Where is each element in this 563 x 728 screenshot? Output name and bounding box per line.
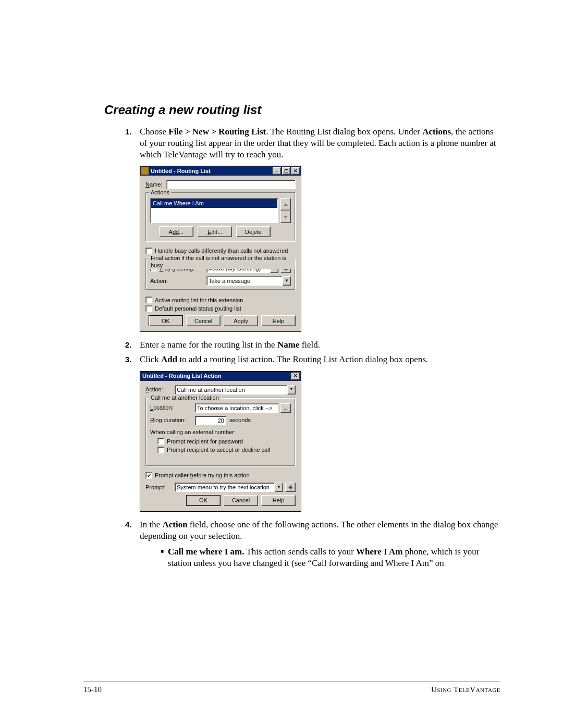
dialog-title: Untitled - Routing List Action [141, 372, 222, 379]
prompt-accept-checkbox[interactable] [157, 447, 164, 453]
location-field[interactable]: To choose a location, click --> [195, 403, 278, 413]
prompt-password-checkbox[interactable] [157, 438, 164, 445]
move-down-button[interactable] [280, 211, 291, 223]
ring-duration-input[interactable]: 20 [195, 416, 226, 425]
move-up-button[interactable] [280, 198, 291, 211]
active-routing-label: Active routing list for this extension [155, 297, 243, 304]
chevron-down-icon[interactable]: ▼ [275, 483, 283, 492]
name-label: Name: [145, 181, 166, 188]
step-list: 1. Choose File > New > Routing List. The… [125, 126, 500, 161]
cancel-button[interactable]: Cancel [186, 315, 221, 326]
ring-unit: seconds [229, 416, 251, 424]
active-routing-checkbox[interactable] [145, 297, 152, 303]
final-action-group: Final action if the call is not answered… [145, 258, 296, 290]
step-list-3: 4. In the Action field, choose one of th… [125, 519, 500, 569]
list-item-selected[interactable]: Call me Where I Am [151, 199, 277, 207]
ok-button[interactable]: OK [149, 315, 183, 326]
prompt-caller-label: Prompt caller before trying this action [155, 472, 250, 479]
footer-right: Using TeleVantage [431, 685, 500, 695]
actions-group: Actions Call me Where I Am Add... Edit..… [145, 192, 296, 242]
footer-rule [83, 682, 500, 682]
prompt-combo[interactable]: System menu to try the next location ▼ [175, 483, 283, 492]
handle-busy-checkbox[interactable] [145, 248, 152, 254]
location-legend: Call me at another location [149, 394, 221, 401]
dialog-title: Untitled - Routing List [151, 167, 211, 175]
apply-button[interactable]: Apply [224, 315, 258, 326]
step-4: 4. In the Action field, choose one of th… [125, 519, 500, 569]
step-4-sublist: ■ Call me where I am. This action sends … [161, 546, 500, 569]
location-label: Location: [150, 404, 195, 411]
add-button[interactable]: Add... [159, 226, 193, 237]
titlebar: Untitled - Routing List – ▢ ✕ [140, 166, 301, 176]
help-button[interactable]: Help [261, 495, 296, 506]
final-action-combo[interactable]: Take a message ▼ [206, 276, 291, 286]
default-status-checkbox[interactable] [145, 305, 152, 312]
action-combo[interactable]: Call me at another location ▼ [175, 385, 296, 394]
step-3: 3. Click Add to add a routing list actio… [125, 354, 500, 365]
edit-button[interactable]: Edit... [198, 226, 232, 237]
ring-duration-label: Ring duration: [150, 416, 195, 424]
prompt-label: Prompt: [145, 484, 175, 491]
actions-legend: Actions [149, 189, 171, 196]
speaker-icon-button[interactable]: ◉ [285, 483, 296, 492]
chevron-down-icon[interactable]: ▼ [287, 385, 296, 394]
chevron-down-icon[interactable]: ▼ [283, 276, 291, 286]
prompt-password-label: Prompt recipient for password [167, 438, 243, 445]
bullet-icon: ■ [161, 546, 168, 569]
step-2: 2. Enter a name for the routing list in … [125, 339, 500, 351]
page-number: 15-10 [83, 685, 102, 695]
cancel-button[interactable]: Cancel [224, 495, 258, 506]
routing-list-dialog: Untitled - Routing List – ▢ ✕ Name: Acti… [140, 166, 301, 332]
step-list-2: 2. Enter a name for the routing list in … [125, 339, 500, 365]
page: Creating a new routing list 1. Choose Fi… [0, 0, 563, 728]
section-heading: Creating a new routing list [104, 102, 500, 118]
routing-list-action-dialog: Untitled - Routing List Action ✕ Action:… [140, 371, 301, 512]
chevron-down-icon [284, 216, 288, 218]
final-action-legend: Final action if the call is not answered… [149, 254, 295, 269]
prompt-accept-label: Prompt recipient to accept or decline ca… [167, 446, 270, 453]
delete-button[interactable]: Delete [236, 226, 271, 237]
handle-busy-label: Handle busy calls differently than calls… [155, 247, 288, 254]
minimize-button[interactable]: – [273, 167, 281, 175]
browse-button[interactable]: ... [280, 403, 291, 413]
ok-button[interactable]: OK [186, 495, 221, 506]
step-1: 1. Choose File > New > Routing List. The… [125, 126, 500, 161]
sub-item: ■ Call me where I am. This action sends … [161, 546, 500, 569]
location-group: Call me at another location Location: To… [145, 398, 296, 467]
app-icon [141, 167, 149, 175]
close-button[interactable]: ✕ [291, 167, 300, 175]
maximize-button[interactable]: ▢ [282, 167, 290, 175]
default-status-label: Default personal status routing list [155, 305, 241, 312]
footer: 15-10 Using TeleVantage [83, 685, 500, 695]
chevron-up-icon [284, 203, 288, 206]
help-button[interactable]: Help [261, 315, 296, 326]
name-input[interactable] [166, 180, 296, 189]
prompt-caller-checkbox[interactable]: ✔ [145, 472, 152, 479]
when-external-label: When calling an external number: [150, 428, 291, 436]
action-label: Action: [145, 386, 175, 393]
step-1-body: Choose File > New > Routing List. The Ro… [140, 126, 500, 161]
final-action-label: Action: [150, 277, 206, 285]
actions-listbox[interactable]: Call me Where I Am [150, 198, 278, 223]
titlebar: Untitled - Routing List Action ✕ [140, 372, 301, 381]
close-button[interactable]: ✕ [291, 373, 300, 380]
